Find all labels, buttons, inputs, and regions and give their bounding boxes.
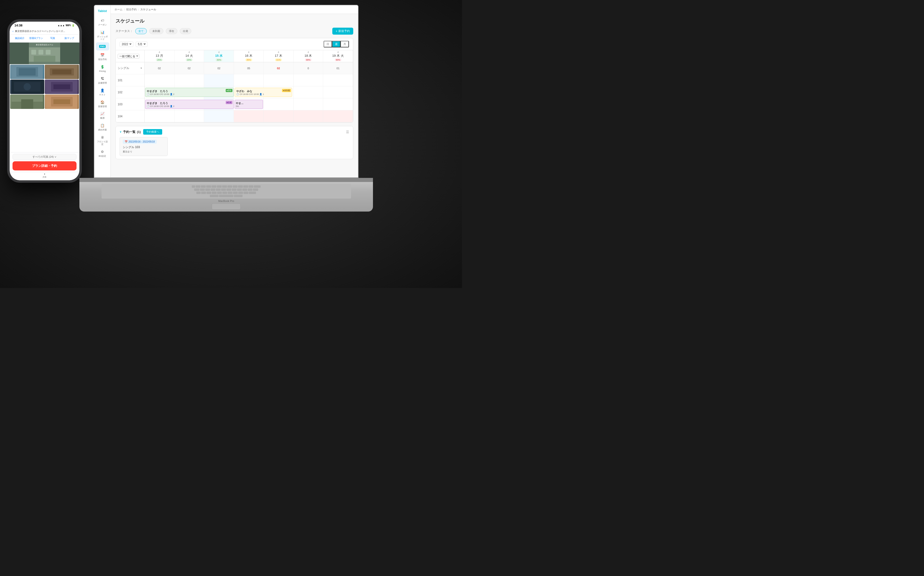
sidebar-item-room-management[interactable]: 🏠 部屋管理 [96, 98, 109, 109]
room-103-cell-6[interactable] [294, 98, 323, 110]
breadcrumb-reservations[interactable]: 宿泊予約 [126, 8, 137, 11]
tab-rooms[interactable]: 部屋&プラン [28, 35, 45, 42]
kb-key [201, 192, 206, 194]
status-btn-departure[interactable]: 出発 [180, 28, 191, 34]
room-102-cell-7[interactable] [323, 86, 353, 98]
room-104-cell-5[interactable] [264, 110, 294, 122]
status-btn-stay[interactable]: 滞在 [166, 28, 177, 34]
room-101-cell-7[interactable] [323, 74, 353, 86]
share-action[interactable]: ⬆ 共有 [43, 173, 47, 178]
room-101-cell-3[interactable] [204, 74, 234, 86]
booking-card-yamazaki-102[interactable]: やまざき たろう ●滞在 🕐 C/I 16:00 C/O 10:00 👤 2 [145, 88, 234, 97]
availability-row: 02 02 02 05 02 0 01 [144, 62, 353, 74]
page-content: スケジュール ステータス： 全て 未到着 滞在 出発 + 新規予約 [111, 14, 358, 178]
sidebar-item-equipment[interactable]: 🏗 設備管理 [96, 75, 109, 86]
room-number-104: 104 [118, 115, 122, 118]
room-row-102: 102 [116, 86, 144, 98]
room-104-cell-1[interactable] [144, 110, 175, 122]
res-room: シングル 103 [123, 145, 165, 149]
date-cell-18: 4 18 木 90% [294, 50, 323, 62]
kb-key [210, 189, 215, 191]
svg-rect-14 [52, 69, 71, 74]
sidebar-item-pricing[interactable]: 💲 Pricing [96, 63, 109, 74]
sidebar-item-bo-settings[interactable]: ⚙ BO設定 [96, 147, 109, 159]
date-day-17: 17 木 [275, 54, 282, 58]
status-btn-all[interactable]: 全て [135, 28, 147, 34]
tab-map[interactable]: 旅マップ [61, 35, 78, 42]
reservation-list-icon[interactable]: ☰ [346, 130, 349, 134]
reservation-count: (1) [137, 130, 141, 134]
view-btn-day[interactable]: 日 [324, 41, 332, 47]
reservation-list-title: ∨ 予約一覧 (1) [120, 130, 141, 134]
hotel-thumb-1[interactable] [10, 65, 44, 79]
book-btn[interactable]: プラン詳細・予約 [13, 161, 77, 170]
laptop-touchpad[interactable] [212, 203, 241, 210]
avail-cell-15: 02 [204, 62, 234, 74]
reservation-summary-btn[interactable]: 予約概要へ [143, 129, 162, 134]
hotel-thumb-3[interactable] [10, 80, 44, 94]
year-select[interactable]: 2022 [120, 42, 133, 47]
reservation-title-text: 予約一覧 [123, 130, 135, 134]
phone-back-btn[interactable]: ‹ [13, 30, 13, 33]
reservation-card[interactable]: 📅 2022/05/16 - 2022/05/18 シングル 103 素泊まり [120, 137, 168, 156]
sidebar-dashboard-label: ダッシュボード [97, 35, 108, 41]
tab-facility[interactable]: 施設紹介 [11, 35, 28, 42]
view-btn-month[interactable]: 月 [340, 41, 349, 47]
room-101-cell-1[interactable] [144, 74, 175, 86]
sidebar-item-guest[interactable]: 👤 ゲスト [96, 86, 109, 98]
reservation-list-header: ∨ 予約一覧 (1) 予約概要へ ☰ [120, 129, 349, 134]
new-reservation-btn[interactable]: + 新規予約 [332, 28, 353, 35]
date-day-14: 14 火 [186, 54, 193, 58]
kb-key [228, 192, 233, 194]
month-select[interactable]: 5月 [136, 42, 148, 47]
sidebar-item-pms[interactable]: PMS [96, 42, 109, 51]
date-cell-19: 4 19 木 火 90% [323, 50, 353, 62]
room-102-cell-6[interactable] [294, 86, 323, 98]
room-101-cell-5[interactable] [264, 74, 294, 86]
booking-name-yamazaki-102: やまざき たろう [147, 90, 168, 93]
kb-key [210, 195, 218, 197]
room-101-cell-2[interactable] [175, 74, 204, 86]
sidebar-item-summary[interactable]: 📋 締め作業 [96, 122, 109, 133]
room-101-cell-4[interactable] [234, 74, 264, 86]
sidebar-item-reservation[interactable]: 📅 宿泊予約 [96, 51, 109, 62]
hotel-thumb-5[interactable] [10, 94, 44, 109]
booking-card-sm-103[interactable]: やま... DU [234, 100, 263, 109]
room-104-cell-2[interactable] [175, 110, 204, 122]
booking-card-yamazaki-103[interactable]: やまざき たろう ●出発 🕐 C/I 18:00 C/O 10:00 👤 2 [145, 100, 234, 109]
phone-tab-bar: 施設紹介 部屋&プラン 写真 旅マップ [10, 35, 79, 43]
view-btn-week[interactable]: 週 [332, 41, 340, 47]
room-101-cell-6[interactable] [294, 74, 323, 86]
booking-detail-yamazaki-103: 🕐 C/I 18:00 C/O 10:00 👤 2 [147, 105, 232, 107]
room-103-cell-5[interactable] [264, 98, 294, 110]
hotel-thumb-4[interactable] [45, 80, 79, 94]
new-reservation-label: 新規予約 [338, 29, 350, 33]
sidebar-item-front[interactable]: 🖥 フロント設定 [96, 133, 109, 147]
room-mgmt-icon: 🏠 [100, 99, 105, 105]
reservation-toggle[interactable]: ∨ [120, 130, 122, 133]
sidebar-item-ledger[interactable]: 📈 帳票 [96, 110, 109, 121]
room-104-cell-4[interactable] [234, 110, 264, 122]
sidebar-item-dashboard[interactable]: 📊 ダッシュボード [96, 28, 109, 42]
more-photos-btn[interactable]: すべての写真 (24) ∨ [13, 154, 77, 160]
kb-key [221, 189, 226, 191]
date-cell-13: 4 13 月 25% [144, 50, 175, 62]
room-104-cell-3[interactable] [204, 110, 234, 122]
avail-cell-19: 01 [323, 62, 353, 74]
tab-photos[interactable]: 写真 [45, 35, 61, 42]
sidebar-guest-label: ゲスト [99, 93, 106, 96]
hotel-thumb-6[interactable] [45, 94, 79, 109]
room-type-expand[interactable]: ▼ [140, 67, 143, 69]
sidebar-item-coupon[interactable]: 🏷 クーポン [96, 16, 109, 28]
hotel-thumb-2[interactable] [45, 65, 79, 79]
room-control-select[interactable]: 一括で閉じる [118, 54, 139, 59]
booking-card-yazawa-102[interactable]: やざわ みな ●未到着 🕐 C/I 16:00 C/O 10:00 👤 1 [234, 88, 292, 97]
room-104-cell-7[interactable] [323, 110, 353, 122]
room-103-cell-7[interactable] [323, 98, 353, 110]
occupancy-14: 20% [186, 58, 192, 61]
room-104-cell-6[interactable] [294, 110, 323, 122]
breadcrumb-home[interactable]: ホーム [114, 8, 122, 11]
kb-row-2 [103, 189, 350, 191]
status-btn-not-arrived[interactable]: 未到着 [149, 28, 164, 34]
summary-icon: 📋 [100, 123, 105, 128]
